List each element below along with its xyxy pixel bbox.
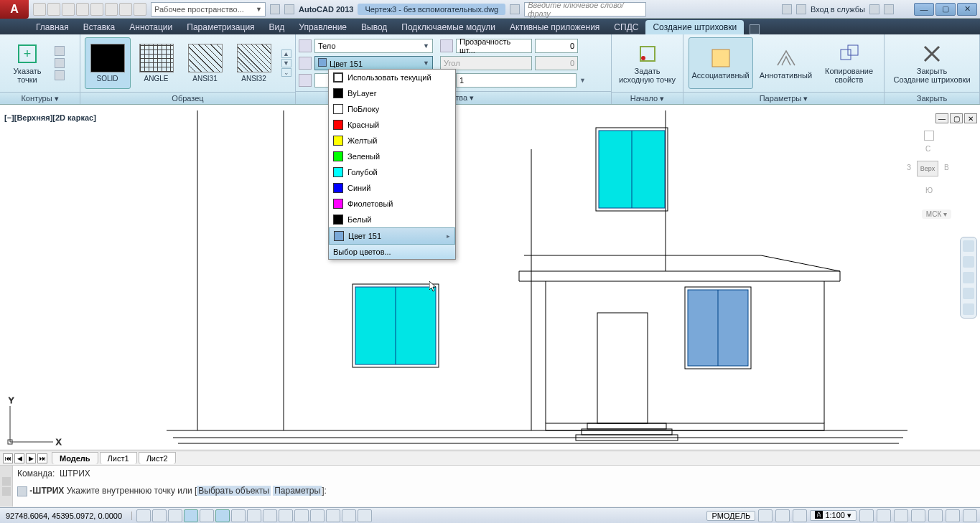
sb-clean-icon[interactable] — [963, 509, 977, 522]
sb-infer-icon[interactable] — [136, 509, 151, 522]
steering-wheel-icon[interactable] — [963, 240, 974, 252]
sb-polar-icon[interactable] — [200, 509, 214, 522]
tab-nav-last-icon[interactable]: ⏭ — [37, 453, 47, 463]
sb-quickview-icon[interactable] — [775, 509, 790, 522]
command-handle[interactable] — [0, 466, 13, 506]
sb-tpy-icon[interactable] — [310, 509, 325, 522]
layout-tab-model[interactable]: Модель — [52, 452, 98, 464]
tab-home[interactable]: Главная — [29, 20, 76, 34]
tab-spds[interactable]: СПДС — [607, 20, 645, 34]
zoom-extents-icon[interactable] — [963, 272, 974, 283]
sb-sc-icon[interactable] — [342, 509, 356, 522]
help-icon[interactable] — [884, 4, 894, 14]
panel-title-options[interactable]: Параметры ▾ — [683, 92, 884, 104]
close-button[interactable]: ✕ — [957, 3, 977, 16]
sb-layout-icon[interactable] — [758, 509, 773, 522]
doc-close-button[interactable]: ✕ — [964, 113, 977, 123]
associative-button[interactable]: Ассоциативный — [689, 37, 753, 89]
sb-dyn-icon[interactable] — [279, 509, 293, 522]
nav-left-icon[interactable] — [270, 4, 280, 14]
sb-ortho-icon[interactable] — [184, 509, 198, 522]
color-item-use-current[interactable]: Использовать текущий — [329, 70, 455, 85]
tab-nav-next-icon[interactable]: ▶ — [26, 453, 36, 463]
annotative-button[interactable]: Аннотативный — [756, 37, 816, 89]
tab-view[interactable]: Вид — [262, 20, 292, 34]
viewport-label[interactable]: [−][Верхняя][2D каркас] — [4, 113, 96, 122]
ucs-label[interactable]: МСК ▾ — [922, 209, 951, 219]
color-item-bylayer[interactable]: ByLayer — [329, 85, 455, 101]
tab-insert[interactable]: Вставка — [76, 20, 123, 34]
autodesk360-icon[interactable] — [782, 4, 792, 14]
transparency-input[interactable]: 0 — [535, 39, 578, 53]
sb-model-space[interactable]: РМОДЕЛЬ — [706, 511, 755, 521]
match-props-button[interactable]: Копирование свойств — [819, 37, 879, 89]
qat-save-icon[interactable] — [62, 3, 75, 16]
color-item-cyan[interactable]: Голубой — [329, 164, 455, 180]
scroll-up-icon[interactable]: ▲ — [281, 50, 291, 58]
pattern-ansi31[interactable]: ANSI31 — [182, 37, 228, 89]
pattern-ansi32[interactable]: ANSI32 — [231, 37, 277, 89]
doc-maximize-button[interactable]: ▢ — [950, 113, 963, 123]
sb-autoscale-icon[interactable] — [877, 509, 891, 522]
coordinates[interactable]: 92748.6064, 45395.0972, 0.0000 — [3, 512, 132, 520]
tab-output[interactable]: Вывод — [354, 20, 394, 34]
chevron-down-icon[interactable]: ▼ — [579, 77, 586, 84]
color-item-red[interactable]: Красный — [329, 117, 455, 133]
maximize-button[interactable]: ▢ — [935, 3, 956, 16]
sb-ducs-icon[interactable] — [263, 509, 277, 522]
color-item-byblock[interactable]: ПоБлоку — [329, 101, 455, 117]
tab-plugins[interactable]: Подключаемые модули — [394, 20, 503, 34]
tab-apps[interactable]: Активные приложения — [503, 20, 607, 34]
pan-icon[interactable] — [963, 256, 974, 268]
tab-nav-prev-icon[interactable]: ◀ — [14, 453, 24, 463]
sb-annovis-icon[interactable] — [859, 509, 874, 522]
sb-grid-icon[interactable] — [168, 509, 182, 522]
color-item-blue[interactable]: Синий — [329, 180, 455, 196]
sb-lwt-icon[interactable] — [294, 509, 309, 522]
workspace-combo[interactable]: Рабочее пространство... ▼ — [151, 2, 266, 17]
layout-tab-sheet1[interactable]: Лист1 — [100, 452, 137, 464]
qat-saveas-icon[interactable] — [76, 3, 89, 16]
tab-parametric[interactable]: Параметризация — [179, 20, 261, 34]
user-icon[interactable] — [796, 4, 806, 14]
sb-lock-icon[interactable] — [911, 509, 925, 522]
exchange-icon[interactable] — [869, 4, 879, 14]
set-origin-button[interactable]: Задать исходную точку — [615, 37, 680, 89]
panel-title-origin[interactable]: Начало ▾ — [612, 92, 683, 104]
sb-am-icon[interactable] — [358, 509, 372, 522]
qat-open-icon[interactable] — [47, 3, 60, 16]
orbit-icon[interactable] — [963, 288, 974, 299]
color-item-select-colors[interactable]: Выбор цветов... — [329, 245, 455, 259]
sb-qp-icon[interactable] — [326, 509, 340, 522]
qat-plot-icon[interactable] — [90, 3, 103, 16]
scroll-down-icon[interactable]: ▼ — [281, 59, 291, 67]
sb-scale-icon[interactable] — [793, 509, 807, 522]
sb-isolate-icon[interactable] — [946, 509, 960, 522]
sb-osnap-icon[interactable] — [215, 509, 230, 522]
select-boundary-icon[interactable] — [55, 46, 65, 56]
home-icon[interactable] — [924, 131, 934, 141]
remove-boundary-icon[interactable] — [55, 58, 65, 68]
tab-nav-first-icon[interactable]: ⏮ — [3, 453, 13, 463]
tab-annotate[interactable]: Аннотации — [122, 20, 179, 34]
cmd-option-params[interactable]: Параметры — [273, 486, 322, 496]
nav-right2-icon[interactable] — [510, 4, 520, 14]
tab-manage[interactable]: Управление — [291, 20, 354, 34]
pattern-solid[interactable]: SOLID — [85, 37, 131, 89]
sign-in-link[interactable]: Вход в службы — [811, 5, 865, 14]
qat-new-icon[interactable] — [33, 3, 46, 16]
qat-undo-icon[interactable] — [119, 3, 132, 16]
nav-right-icon[interactable] — [284, 4, 294, 14]
color-item-green[interactable]: Зеленый — [329, 149, 455, 164]
close-hatch-button[interactable]: Закрыть Создание штриховки — [889, 37, 975, 89]
viewcube[interactable]: С З В Ю Верх — [904, 129, 954, 222]
qat-redo-icon[interactable] — [134, 3, 146, 16]
command-line[interactable]: Команда: ШТРИХ -ШТРИХ Укажите внутреннюю… — [0, 465, 980, 506]
sb-otrack-icon[interactable] — [247, 509, 261, 522]
sb-anno-scale[interactable]: 🅰 1:100 ▾ — [810, 510, 857, 521]
pattern-angle[interactable]: ANGLE — [134, 37, 179, 89]
recreate-boundary-icon[interactable] — [55, 70, 65, 80]
cmd-option-select[interactable]: Выбрать объекты — [197, 486, 271, 496]
sb-ws-icon[interactable] — [894, 509, 908, 522]
tab-hatch-creation[interactable]: Создание штриховки — [645, 20, 744, 34]
